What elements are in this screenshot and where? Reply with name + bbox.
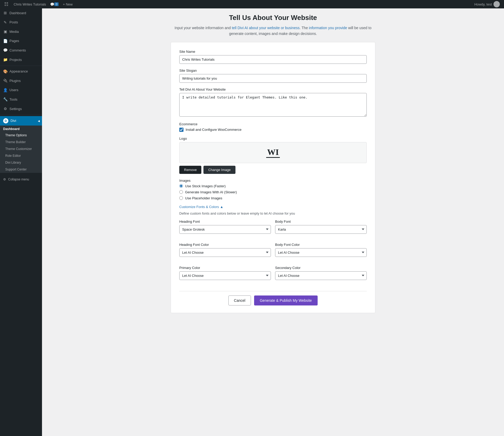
menu-divider-2 bbox=[0, 115, 42, 115]
site-name-link[interactable]: Chris Writes Tutorials bbox=[12, 0, 48, 8]
about-website-textarea[interactable]: I write detailed tutorials for Elegant T… bbox=[179, 93, 367, 117]
stock-images-radio[interactable] bbox=[179, 184, 183, 188]
placeholder-images-label[interactable]: Use Placeholder Images bbox=[185, 196, 222, 200]
logo-buttons: Remove Change Image bbox=[179, 166, 367, 174]
sidebar-item-label: Appearance bbox=[9, 69, 28, 74]
divi-submenu-theme-customizer[interactable]: Theme Customizer bbox=[0, 146, 42, 152]
divi-logo-icon: D bbox=[3, 118, 8, 123]
heading-font-group: Heading Font Space Grotesk bbox=[179, 220, 271, 234]
appearance-icon: 🎨 bbox=[3, 69, 7, 74]
sidebar-item-posts[interactable]: ✎ Posts bbox=[0, 18, 42, 27]
divi-submenu-role-editor[interactable]: Role Editor bbox=[0, 152, 42, 159]
sidebar-item-dashboard[interactable]: ⊞ Dashboard bbox=[0, 8, 42, 18]
primary-color-label: Primary Color bbox=[179, 266, 271, 270]
ai-images-label[interactable]: Generate Images With AI (Slower) bbox=[185, 190, 237, 194]
sidebar-item-plugins[interactable]: 🔌 Plugins bbox=[0, 76, 42, 86]
customize-fonts-toggle[interactable]: Customize Fonts & Colors ▲ bbox=[179, 205, 223, 209]
projects-icon: 📁 bbox=[3, 57, 7, 63]
main-content: Tell Us About Your Website Input your we… bbox=[42, 8, 504, 436]
heading-font-color-label: Heading Font Color bbox=[179, 243, 271, 247]
body-font-color-select[interactable]: Let AI Choose bbox=[275, 248, 367, 257]
logo-preview-area: WI bbox=[179, 142, 367, 163]
body-font-label: Body Font bbox=[275, 220, 367, 224]
site-name-label: Chris Writes Tutorials bbox=[14, 2, 46, 6]
sidebar-item-comments[interactable]: 💬 Comments bbox=[0, 46, 42, 55]
collapse-menu-button[interactable]: ⚙ Collapse menu bbox=[0, 175, 42, 184]
sidebar-item-label: Media bbox=[9, 29, 19, 34]
ecommerce-checkbox-row: Install and Configure WooCommerce bbox=[179, 128, 367, 132]
ai-images-radio[interactable] bbox=[179, 190, 183, 194]
sidebar-item-label: Pages bbox=[9, 39, 19, 43]
wp-logo-icon: ☷ bbox=[4, 1, 8, 7]
pages-icon: 📄 bbox=[3, 39, 7, 44]
plugins-icon: 🔌 bbox=[3, 78, 7, 84]
avatar bbox=[494, 1, 500, 7]
divi-submenu-support-center[interactable]: Support Center bbox=[0, 166, 42, 173]
logo-label: Logo bbox=[179, 137, 367, 141]
sidebar-item-label: Users bbox=[9, 88, 18, 92]
about-website-group: Tell Divi AI About Your Website I write … bbox=[179, 87, 367, 117]
comments-icon: 💬 bbox=[3, 48, 7, 53]
customize-fonts-label: Customize Fonts & Colors bbox=[179, 205, 219, 209]
settings-icon: ⚙ bbox=[3, 106, 7, 112]
comment-icon: 💬 bbox=[50, 2, 54, 6]
sidebar-item-label: Projects bbox=[9, 58, 22, 62]
images-label: Images bbox=[179, 179, 367, 183]
body-font-color-group: Body Font Color Let AI Choose bbox=[275, 243, 367, 257]
new-label: + New bbox=[63, 2, 72, 6]
woocommerce-checkbox[interactable] bbox=[179, 128, 183, 132]
form-card: Site Name Site Slogan Tell Divi AI About… bbox=[171, 42, 375, 313]
sidebar-item-settings[interactable]: ⚙ Settings bbox=[0, 104, 42, 114]
tools-icon: 🔧 bbox=[3, 97, 7, 102]
divi-dashboard-label: Dashboard bbox=[0, 126, 42, 132]
subtitle-link2[interactable]: information you provide bbox=[309, 26, 347, 30]
site-slogan-input[interactable] bbox=[179, 74, 367, 83]
page-title: Tell Us About Your Website bbox=[171, 14, 375, 22]
sidebar-item-projects[interactable]: 📁 Projects bbox=[0, 55, 42, 65]
fonts-row: Heading Font Space Grotesk Body Font Kar… bbox=[179, 220, 367, 238]
site-slogan-group: Site Slogan bbox=[179, 69, 367, 83]
posts-icon: ✎ bbox=[3, 20, 7, 25]
sidebar-item-label: Settings bbox=[9, 107, 22, 111]
sidebar-item-pages[interactable]: 📄 Pages bbox=[0, 37, 42, 46]
sidebar-item-tools[interactable]: 🔧 Tools bbox=[0, 95, 42, 104]
logo-group: Logo WI Remove Change Image bbox=[179, 137, 367, 174]
images-group: Images Use Stock Images (Faster) Generat… bbox=[179, 179, 367, 200]
form-actions: Cancel Generate & Publish My Website bbox=[179, 291, 367, 305]
content-wrap: Tell Us About Your Website Input your we… bbox=[171, 14, 375, 313]
heading-font-color-select[interactable]: Let AI Choose bbox=[179, 248, 271, 257]
site-slogan-label: Site Slogan bbox=[179, 69, 367, 72]
divi-menu-item[interactable]: D Divi ◀ bbox=[0, 116, 42, 126]
secondary-color-select[interactable]: Let AI Choose bbox=[275, 271, 367, 280]
wp-logo-button[interactable]: ☷ bbox=[2, 0, 12, 8]
radio-row-ai: Generate Images With AI (Slower) bbox=[179, 190, 367, 194]
images-radio-group: Use Stock Images (Faster) Generate Image… bbox=[179, 184, 367, 200]
site-name-input[interactable] bbox=[179, 55, 367, 64]
cancel-button[interactable]: Cancel bbox=[228, 295, 251, 305]
users-icon: 👤 bbox=[3, 88, 7, 93]
stock-images-label[interactable]: Use Stock Images (Faster) bbox=[185, 184, 226, 188]
divi-submenu-theme-options[interactable]: Theme Options bbox=[0, 132, 42, 139]
sidebar-item-users[interactable]: 👤 Users bbox=[0, 86, 42, 95]
generate-publish-button[interactable]: Generate & Publish My Website bbox=[254, 295, 318, 305]
divi-label: Divi bbox=[10, 119, 16, 123]
howdy-label: Howdy, test bbox=[472, 0, 502, 8]
body-font-select[interactable]: Karla bbox=[275, 225, 367, 234]
placeholder-images-radio[interactable] bbox=[179, 196, 183, 200]
sidebar-item-label: Posts bbox=[9, 20, 18, 25]
comment-count-badge: 0 bbox=[54, 2, 59, 6]
logo-placeholder: WI bbox=[266, 147, 280, 158]
sidebar-item-media[interactable]: ▣ Media bbox=[0, 27, 42, 37]
primary-color-select[interactable]: Let AI Choose bbox=[179, 271, 271, 280]
new-content-button[interactable]: + New bbox=[61, 0, 75, 8]
change-image-button[interactable]: Change Image bbox=[203, 166, 235, 174]
woocommerce-checkbox-label[interactable]: Install and Configure WooCommerce bbox=[186, 128, 242, 132]
page-subtitle: Input your website information and tell … bbox=[171, 25, 375, 37]
divi-submenu-divi-library[interactable]: Divi Library bbox=[0, 159, 42, 166]
subtitle-link1[interactable]: tell Divi AI about your website or busin… bbox=[232, 26, 300, 30]
heading-font-select[interactable]: Space Grotesk bbox=[179, 225, 271, 234]
comments-link[interactable]: 💬 0 bbox=[48, 0, 61, 8]
remove-logo-button[interactable]: Remove bbox=[179, 166, 201, 174]
divi-submenu-theme-builder[interactable]: Theme Builder bbox=[0, 139, 42, 146]
sidebar-item-appearance[interactable]: 🎨 Appearance bbox=[0, 67, 42, 76]
